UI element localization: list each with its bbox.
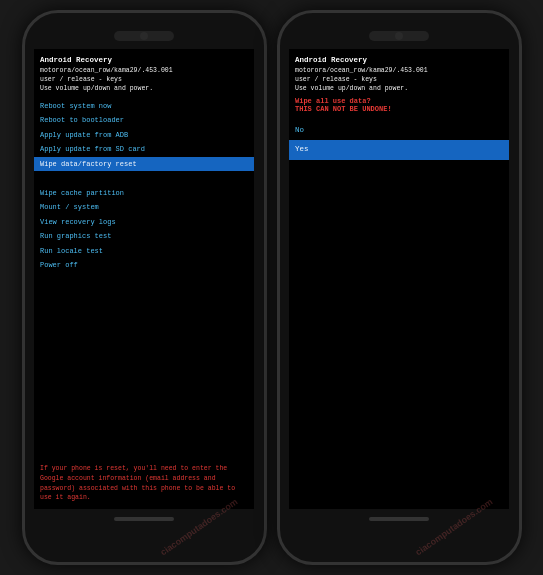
left-line2: user / release - keys xyxy=(40,75,248,84)
right-header: Android Recovery motorora/ocean_row/kama… xyxy=(289,49,509,117)
left-phone: Android Recovery motorora/ocean_row/kama… xyxy=(22,10,267,565)
right-line2: user / release - keys xyxy=(295,75,503,84)
right-title: Android Recovery xyxy=(295,55,503,66)
left-phone-notch xyxy=(114,31,174,41)
menu-item-apply-adb[interactable]: Apply update from ADB xyxy=(34,128,254,143)
left-line1: motorora/ocean_row/kama29/.453.001 xyxy=(40,66,248,75)
right-bottom-bar xyxy=(369,517,429,521)
menu-item-spacer xyxy=(34,171,254,186)
right-line1: motorora/ocean_row/kama29/.453.001 xyxy=(295,66,503,75)
menu-item-reboot-system[interactable]: Reboot system now xyxy=(34,99,254,114)
left-screen: Android Recovery motorora/ocean_row/kama… xyxy=(34,49,254,509)
menu-item-wipe-data[interactable]: Wipe data/factory reset xyxy=(34,157,254,172)
wipe-warning: THIS CAN NOT BE UNDONE! xyxy=(295,105,503,113)
menu-item-apply-sd[interactable]: Apply update from SD card xyxy=(34,142,254,157)
wipe-question: Wipe all use data? xyxy=(295,97,503,105)
left-header: Android Recovery motorora/ocean_row/kama… xyxy=(34,49,254,97)
menu-item-reboot-bootloader[interactable]: Reboot to bootloader xyxy=(34,113,254,128)
left-bottom-bar xyxy=(114,517,174,521)
left-line3: Use volume up/down and power. xyxy=(40,84,248,93)
left-warning-box: If your phone is reset, you'll need to e… xyxy=(34,458,254,509)
option-no[interactable]: No xyxy=(289,121,509,141)
menu-item-mount[interactable]: Mount / system xyxy=(34,200,254,215)
menu-item-power-off[interactable]: Power off xyxy=(34,258,254,273)
left-warning-text: If your phone is reset, you'll need to e… xyxy=(40,464,248,503)
right-line3: Use volume up/down and power. xyxy=(295,84,503,93)
menu-item-recovery-logs[interactable]: View recovery logs xyxy=(34,215,254,230)
menu-item-locale-test[interactable]: Run locale test xyxy=(34,244,254,259)
confirm-options: No Yes xyxy=(289,117,509,164)
right-phone: Android Recovery motorora/ocean_row/kama… xyxy=(277,10,522,565)
option-yes[interactable]: Yes xyxy=(289,140,509,160)
menu-item-graphics-test[interactable]: Run graphics test xyxy=(34,229,254,244)
left-title: Android Recovery xyxy=(40,55,248,66)
right-screen: Android Recovery motorora/ocean_row/kama… xyxy=(289,49,509,509)
right-phone-notch xyxy=(369,31,429,41)
left-menu: Reboot system now Reboot to bootloader A… xyxy=(34,97,254,458)
menu-item-wipe-cache[interactable]: Wipe cache partition xyxy=(34,186,254,201)
